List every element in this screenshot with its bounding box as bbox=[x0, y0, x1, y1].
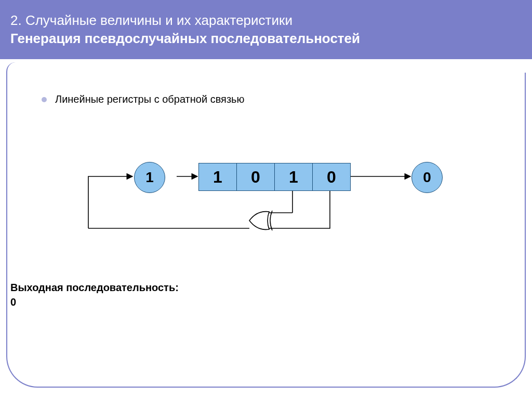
register-cell: 1 bbox=[198, 163, 237, 191]
bullet-dot-icon bbox=[42, 97, 47, 102]
shift-register: 1 0 1 0 bbox=[198, 163, 351, 191]
output-sequence-block: Выходная последовательность: 0 bbox=[10, 280, 179, 309]
register-cell: 1 bbox=[274, 163, 313, 191]
register-cell: 0 bbox=[312, 163, 351, 191]
slide: 2. Случайные величины и их характеристик… bbox=[0, 0, 532, 398]
output-value: 0 bbox=[423, 169, 431, 186]
output-sequence-value: 0 bbox=[10, 295, 179, 309]
feedback-value: 1 bbox=[145, 169, 154, 186]
output-node: 0 bbox=[411, 162, 443, 193]
lfsr-diagram: 1 1 0 1 0 0 bbox=[73, 156, 468, 259]
feedback-node: 1 bbox=[134, 162, 165, 193]
slide-header: 2. Случайные величины и их характеристик… bbox=[0, 0, 532, 59]
register-cell: 0 bbox=[236, 163, 275, 191]
bullet-item: Линейные регистры с обратной связью bbox=[42, 93, 244, 105]
header-subtitle: 2. Случайные величины и их характеристик… bbox=[10, 12, 522, 29]
output-sequence-label: Выходная последовательность: bbox=[10, 280, 179, 295]
header-title: Генерация псевдослучайных последовательн… bbox=[10, 31, 522, 47]
bullet-text: Линейные регистры с обратной связью bbox=[55, 93, 244, 105]
